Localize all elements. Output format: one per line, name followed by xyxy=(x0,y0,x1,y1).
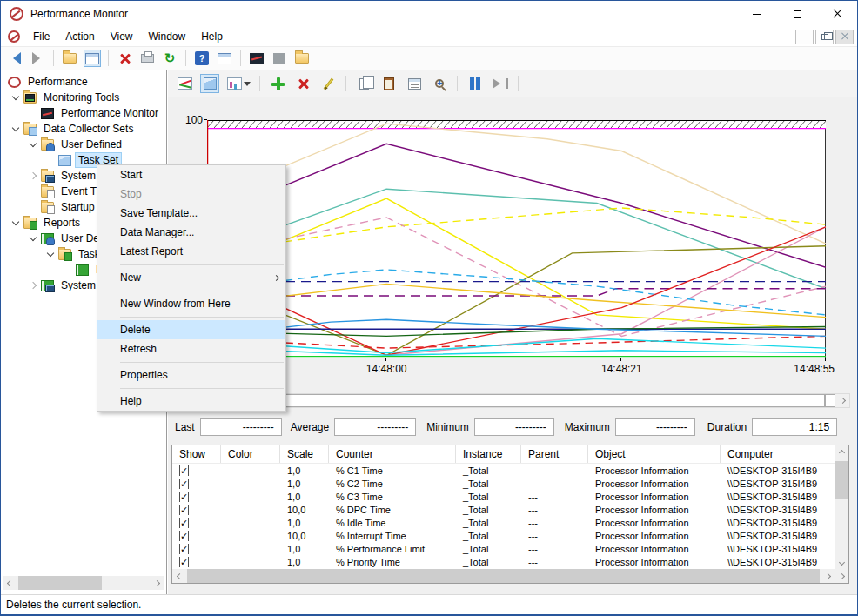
context-menu-item-save-template-[interactable]: Save Template... xyxy=(97,204,285,223)
view-current-activity-button[interactable] xyxy=(175,74,194,93)
paste-counter-list-button[interactable] xyxy=(379,74,399,93)
counter-row[interactable]: ✓1,0% Idle Time_Total---Processor Inform… xyxy=(172,516,848,529)
add-counter-button[interactable] xyxy=(268,74,287,93)
column-header-counter[interactable]: Counter xyxy=(329,445,456,463)
show-console-tree-button[interactable] xyxy=(84,50,101,67)
context-menu-item-properties[interactable]: Properties xyxy=(97,365,285,385)
show-checkbox[interactable]: ✓ xyxy=(179,557,189,567)
context-menu-item-refresh[interactable]: Refresh xyxy=(97,339,285,358)
help-button[interactable]: ? xyxy=(193,50,211,67)
delete-counter-button[interactable] xyxy=(293,74,312,93)
refresh-button[interactable]: ↻ xyxy=(161,50,178,67)
show-checkbox[interactable]: ✓ xyxy=(179,518,189,528)
export-button[interactable] xyxy=(61,50,78,67)
back-button[interactable] xyxy=(6,50,23,67)
context-menu-item-data-manager-[interactable]: Data Manager... xyxy=(97,223,285,242)
counter-row[interactable]: ✓1,0% C3 Time_Total---Processor Informat… xyxy=(172,490,848,503)
properties-button[interactable] xyxy=(405,74,424,93)
update-data-button[interactable] xyxy=(491,74,510,93)
chevron-down-icon[interactable] xyxy=(43,252,58,256)
scroll-up-button[interactable] xyxy=(835,445,848,459)
column-header-instance[interactable]: Instance xyxy=(456,445,521,463)
tree-item-monitoring-tools[interactable]: Monitoring Tools xyxy=(1,90,166,105)
show-checkbox[interactable]: ✓ xyxy=(179,479,189,489)
tree-item-performance[interactable]: Performance xyxy=(1,74,166,90)
close-button[interactable] xyxy=(817,1,857,27)
counter-row[interactable]: ✓1,0% C1 Time_Total---Processor Informat… xyxy=(172,464,848,477)
child-restore-button[interactable] xyxy=(815,30,834,44)
counter-row[interactable]: ✓1,0% C2 Time_Total---Processor Informat… xyxy=(172,477,848,490)
counter-row[interactable]: ✓1,0% Performance Limit_Total---Processo… xyxy=(172,542,848,555)
placeholder-button[interactable] xyxy=(271,50,288,67)
show-checkbox[interactable]: ✓ xyxy=(179,505,189,515)
scroll-left-button[interactable] xyxy=(172,569,186,583)
table-horizontal-scrollbar[interactable] xyxy=(172,569,835,583)
tree-horizontal-scrollbar[interactable] xyxy=(3,576,164,590)
view-log-data-button[interactable] xyxy=(200,74,219,93)
parent-cell: --- xyxy=(521,465,588,476)
table-vertical-scrollbar[interactable] xyxy=(835,445,848,569)
column-header-parent[interactable]: Parent xyxy=(521,445,588,463)
print-button[interactable] xyxy=(138,50,156,67)
column-header-show[interactable]: Show xyxy=(172,445,221,463)
chevron-down-icon[interactable] xyxy=(25,237,41,240)
tree-item-performance-monitor[interactable]: Performance Monitor xyxy=(1,105,166,121)
forward-button[interactable] xyxy=(29,50,46,67)
tree-item-data-collector-sets[interactable]: Data Collector Sets xyxy=(1,121,166,137)
counter-row[interactable]: ✓10,0% DPC Time_Total---Processor Inform… xyxy=(172,503,848,516)
child-close-button[interactable] xyxy=(835,30,854,44)
forward-icon xyxy=(32,52,46,64)
chevron-down-icon[interactable] xyxy=(8,127,23,131)
column-header-object[interactable]: Object xyxy=(588,445,721,463)
context-menu-item-new-window-from-here[interactable]: New Window from Here xyxy=(97,294,285,313)
context-menu-item-latest-report[interactable]: Latest Report xyxy=(97,242,285,261)
performance-view-button[interactable] xyxy=(248,50,265,67)
freeze-display-button[interactable] xyxy=(466,74,485,93)
tree-item-user-defined[interactable]: User Defined xyxy=(1,137,166,152)
copy-properties-button[interactable] xyxy=(354,74,373,93)
chevron-right-icon[interactable] xyxy=(25,283,41,288)
column-header-computer[interactable]: Computer xyxy=(721,445,848,463)
scroll-left-button[interactable] xyxy=(3,576,17,590)
x-axis: 14:48:0014:48:2114:48:55 xyxy=(207,358,826,380)
scrollbar-thumb[interactable] xyxy=(18,576,102,590)
scroll-right-button[interactable] xyxy=(835,394,849,408)
context-menu-item-start[interactable]: Start xyxy=(97,165,285,184)
scroll-right-button[interactable] xyxy=(150,576,164,590)
chevron-right-icon[interactable] xyxy=(25,173,41,178)
delete-button[interactable] xyxy=(116,50,133,67)
context-menu-item-help[interactable]: Help xyxy=(97,392,285,411)
show-checkbox[interactable]: ✓ xyxy=(179,544,189,554)
minimize-button[interactable] xyxy=(737,1,777,27)
context-menu-item-stop[interactable]: Stop xyxy=(97,184,285,204)
scrollbar-thumb[interactable] xyxy=(187,569,820,583)
zoom-button[interactable] xyxy=(430,74,449,93)
chevron-down-icon[interactable] xyxy=(8,221,23,224)
context-menu-item-new[interactable]: New xyxy=(97,268,285,287)
show-checkbox[interactable]: ✓ xyxy=(179,492,189,502)
counter-row[interactable]: ✓10,0% Interrupt Time_Total---Processor … xyxy=(172,529,848,542)
show-checkbox[interactable]: ✓ xyxy=(179,531,189,541)
menu-window[interactable]: Window xyxy=(141,28,194,45)
column-header-scale[interactable]: Scale xyxy=(280,445,329,463)
scrollbar-endbox[interactable] xyxy=(825,394,835,407)
counter-row[interactable]: ✓1,0% Priority Time_Total---Processor In… xyxy=(172,555,848,568)
menu-action[interactable]: Action xyxy=(57,28,102,45)
menu-file[interactable]: File xyxy=(25,28,57,45)
change-graph-type-button[interactable] xyxy=(225,74,251,93)
open-folder-button[interactable] xyxy=(293,50,311,67)
chevron-down-icon[interactable] xyxy=(25,143,41,146)
child-minimize-button[interactable] xyxy=(795,30,814,44)
scroll-right-button[interactable] xyxy=(821,569,835,583)
show-checkbox[interactable]: ✓ xyxy=(179,465,189,476)
column-header-color[interactable]: Color xyxy=(221,445,280,463)
scrollbar-thumb[interactable] xyxy=(835,461,848,499)
menu-help[interactable]: Help xyxy=(193,28,231,45)
scroll-down-button[interactable] xyxy=(835,555,848,569)
show-window-button[interactable] xyxy=(216,50,233,67)
highlight-button[interactable] xyxy=(318,74,338,93)
chevron-down-icon[interactable] xyxy=(8,96,23,99)
menu-view[interactable]: View xyxy=(103,28,141,45)
context-menu-item-delete[interactable]: Delete xyxy=(97,320,285,339)
maximize-button[interactable] xyxy=(777,1,817,27)
